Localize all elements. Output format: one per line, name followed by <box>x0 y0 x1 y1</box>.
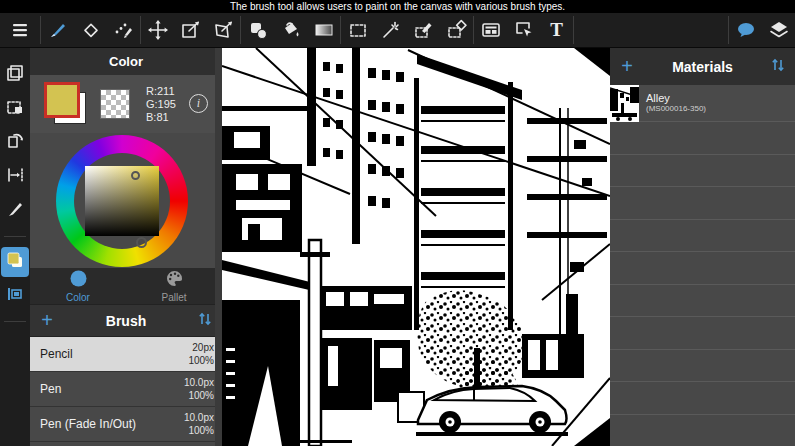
move-tool-button[interactable] <box>141 13 174 48</box>
empty-material-row <box>610 155 795 188</box>
empty-material-row <box>610 317 795 350</box>
brush-row-pen[interactable]: Pen 10.0px 100% <box>30 372 222 407</box>
material-item-alley[interactable]: Alley (MS000016-350) <box>610 85 795 122</box>
empty-material-row <box>610 220 795 253</box>
brush-row-pen-fade[interactable]: Pen (Fade In/Out) 10.0px 100% <box>30 407 222 442</box>
saturation-cursor[interactable] <box>131 171 140 180</box>
sidebar-divider <box>4 236 26 237</box>
brush-opacity: 100% <box>170 389 214 402</box>
text-icon: T <box>550 19 563 41</box>
current-color-swatch <box>44 82 80 118</box>
rotate-canvas-button[interactable] <box>1 128 29 158</box>
menu-button[interactable] <box>0 13 40 48</box>
color-panel-header: Color <box>30 48 222 75</box>
color-panel-title: Color <box>109 54 143 69</box>
material-name: Alley <box>646 92 706 104</box>
panel-layout-button[interactable] <box>474 13 507 48</box>
layers-button[interactable] <box>762 13 795 48</box>
brush-tool-button[interactable] <box>41 13 74 48</box>
color-swatch-tool[interactable] <box>1 247 29 277</box>
select-eraser-tool-button[interactable] <box>440 13 473 48</box>
menu-icon <box>10 20 30 40</box>
brush-row-pencil[interactable]: Pencil 20px 100% <box>30 337 222 372</box>
text-tool-button[interactable]: T <box>540 13 573 48</box>
swatch-row: R:211 G:195 B:81 i <box>30 75 222 133</box>
rgb-b-value: B:81 <box>146 111 176 124</box>
select-move-icon <box>513 19 535 41</box>
add-material-button[interactable]: + <box>610 50 644 83</box>
duplicate-pages-icon <box>5 63 25 87</box>
shapes-icon <box>247 19 269 41</box>
material-thumbnail <box>610 85 639 122</box>
brush-name: Pen <box>30 382 170 396</box>
add-brush-button[interactable]: + <box>30 304 64 337</box>
select-paste-icon <box>5 97 25 121</box>
hue-cursor[interactable] <box>136 237 147 248</box>
materials-header: + Materials <box>610 48 795 85</box>
color-info-button[interactable]: i <box>189 94 208 113</box>
color-brush-panel: Color R:211 G:195 B:81 i <box>30 48 222 446</box>
panel-layout-icon <box>480 19 502 41</box>
brush-panel-title: Brush <box>64 313 188 329</box>
snap-pen-icon <box>113 19 135 41</box>
magic-wand-icon <box>380 19 402 41</box>
empty-material-row <box>610 382 795 415</box>
brush-size: 10.0px <box>170 376 214 389</box>
eraser-tool-button[interactable] <box>74 13 107 48</box>
saturation-value-square[interactable] <box>85 166 159 236</box>
select-move-tool-button[interactable] <box>507 13 540 48</box>
duplicate-pages-button[interactable] <box>1 60 29 90</box>
canvas[interactable] <box>222 48 610 446</box>
transform-free-tool-button[interactable] <box>207 13 240 48</box>
material-code: (MS000016-350) <box>646 104 706 114</box>
sort-arrows-icon <box>771 61 785 75</box>
rgb-readout: R:211 G:195 B:81 <box>146 85 176 124</box>
toolbar-separator <box>573 16 574 44</box>
empty-material-row <box>610 187 795 220</box>
snap-guide-icon <box>5 165 25 189</box>
materials-title: Materials <box>644 59 761 75</box>
snap-guide-button[interactable] <box>1 162 29 192</box>
eraser-icon <box>81 20 101 40</box>
transform-scale-tool-button[interactable] <box>174 13 207 48</box>
select-pen-tool-button[interactable] <box>407 13 440 48</box>
status-bar: The brush tool allows users to paint on … <box>0 0 795 13</box>
snap-pen-tool-button[interactable] <box>107 13 140 48</box>
gradient-icon <box>313 19 335 41</box>
sidebar-divider <box>4 321 26 322</box>
plus-icon: + <box>621 55 633 77</box>
canvas-artwork <box>222 48 610 446</box>
rgb-g-value: G:195 <box>146 98 176 111</box>
select-rect-icon <box>347 19 369 41</box>
comment-button[interactable] <box>729 13 762 48</box>
select-paste-button[interactable] <box>1 94 29 124</box>
transparent-color-swatch[interactable] <box>100 89 130 119</box>
canvas-left-gutter <box>215 48 222 446</box>
color-swatch-icon <box>4 249 26 275</box>
brush-opacity: 100% <box>170 354 214 367</box>
magic-wand-tool-button[interactable] <box>374 13 407 48</box>
transform-free-icon <box>213 19 235 41</box>
transform-scale-icon <box>180 19 202 41</box>
select-rect-tool-button[interactable] <box>341 13 374 48</box>
select-pen-icon <box>413 19 435 41</box>
materials-sort-button[interactable] <box>761 58 795 75</box>
paint-bucket-icon <box>280 19 302 41</box>
tab-color[interactable]: Color <box>30 268 126 304</box>
sort-arrows-icon <box>198 315 212 329</box>
brush-size: 10.0px <box>170 411 214 424</box>
status-message: The brush tool allows users to paint on … <box>230 0 565 13</box>
foreground-color-swatch[interactable] <box>44 82 88 126</box>
panel-float-button[interactable] <box>1 281 29 311</box>
gradient-tool-button[interactable] <box>307 13 340 48</box>
select-eraser-icon <box>446 19 468 41</box>
sidebar-brush-button[interactable] <box>1 196 29 226</box>
brush-panel-header: + Brush <box>30 304 222 337</box>
brush-tool-icon <box>5 199 25 223</box>
palette-icon <box>166 270 183 291</box>
tab-pallet[interactable]: Pallet <box>126 268 222 304</box>
shapes-tool-button[interactable] <box>241 13 274 48</box>
tab-pallet-label: Pallet <box>161 292 186 303</box>
materials-panel: + Materials Alley (MS000016-350) <box>610 48 795 446</box>
paint-bucket-tool-button[interactable] <box>274 13 307 48</box>
